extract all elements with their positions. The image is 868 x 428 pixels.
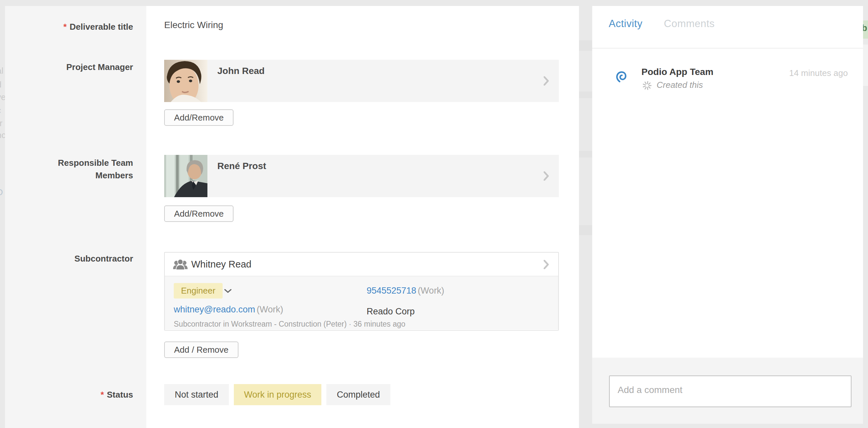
activity-author[interactable]: Podio App Team [642,67,713,77]
occluded-text-fragment: c [0,105,1,116]
podio-item-view: al d ve c rr nc D *Deliverable title Pro… [0,0,868,428]
occluded-page-band [579,40,592,51]
chevron-right-icon [544,260,549,271]
dimmed-page-top [0,0,868,6]
chevron-right-icon [544,172,549,182]
contact-photo [164,155,208,197]
tab-comments[interactable]: Comments [664,18,715,30]
contact-company: Reado Corp [367,306,415,317]
contact-photo [164,60,208,102]
subcontractor-contact-card: Whitney Read Engineer 9545525718 (Work) … [164,252,559,331]
occluded-text-fragment: ve [0,92,5,102]
contact-email-row: whitney@reado.com (Work) [174,305,283,315]
deliverable-title-value[interactable]: Electric Wiring [164,20,223,30]
subcontractor-card-details: Engineer 9545525718 (Work) whitney@reado… [165,276,558,329]
occluded-green-button-fragment: b [863,21,868,39]
occluded-page-band [579,225,592,235]
occluded-text-fragment: d [0,80,1,90]
required-marker: * [100,390,104,400]
activity-timestamp: 14 minutes ago [789,68,848,78]
phone-type-label: (Work) [418,286,444,296]
email-type-label: (Work) [257,305,283,314]
team-members-add-remove-button[interactable]: Add/Remove [164,206,234,222]
comment-footer [592,358,863,424]
item-fields-panel: Electric Wiring [146,6,579,428]
occluded-text-fragment: b [863,23,867,33]
subcontractor-card-header[interactable]: Whitney Read [165,253,558,276]
status-label: *Status [100,388,133,401]
podio-logo-icon [615,71,627,84]
activity-panel: Activity Comments Podio App Team 14 minu… [592,6,863,424]
email-link[interactable]: whitney@reado.com [174,305,255,314]
role-tag[interactable]: Engineer [174,283,223,299]
field-labels-column: *Deliverable title Project Manager Respo… [5,6,146,428]
tab-activity[interactable]: Activity [609,18,643,30]
status-option-work-in-progress[interactable]: Work in progress [234,384,321,405]
occluded-page-band [579,151,592,157]
required-marker: * [63,22,67,32]
subcontractor-add-remove-button[interactable]: Add / Remove [164,341,239,358]
created-burst-icon [642,81,652,92]
occluded-text-fragment: nc [0,130,5,140]
project-manager-add-remove-button[interactable]: Add/Remove [164,109,234,126]
occluded-text-fragment: rr [0,118,2,128]
occluded-page-band [579,91,592,98]
contact-name: Whitney Read [191,259,251,270]
responsible-team-members-label: Responsible Team Members [34,156,133,182]
deliverable-title-label: *Deliverable title [63,21,133,33]
project-manager-contact-card[interactable]: John Read [164,60,559,102]
subcontractor-label: Subcontractor [74,252,133,265]
dimmed-page-left: al d ve c rr nc D [0,0,5,428]
phone-link[interactable]: 9545525718 [367,286,416,296]
occluded-text-fragment: al [0,66,3,76]
dimmed-page-right: b [863,0,868,428]
project-manager-label: Project Manager [66,61,133,73]
chevron-down-icon[interactable] [224,288,231,294]
status-option-completed[interactable]: Completed [326,384,391,405]
comment-input[interactable] [609,375,851,407]
contact-meta: Subcontractor in Workstream - Constructi… [174,320,405,329]
group-people-icon [173,258,188,272]
panel-gutter [579,6,592,428]
occluded-text-fragment: D [0,187,3,197]
chevron-right-icon [544,76,549,87]
activity-action-text: Created this [657,80,703,90]
tab-divider [592,48,863,49]
contact-name: René Prost [217,161,266,172]
team-member-contact-card[interactable]: René Prost [164,155,559,197]
occluded-page-fragment [863,44,868,86]
status-option-not-started[interactable]: Not started [164,384,229,405]
contact-name: John Read [217,66,265,76]
contact-phone-row: 9545525718 (Work) [367,286,444,296]
